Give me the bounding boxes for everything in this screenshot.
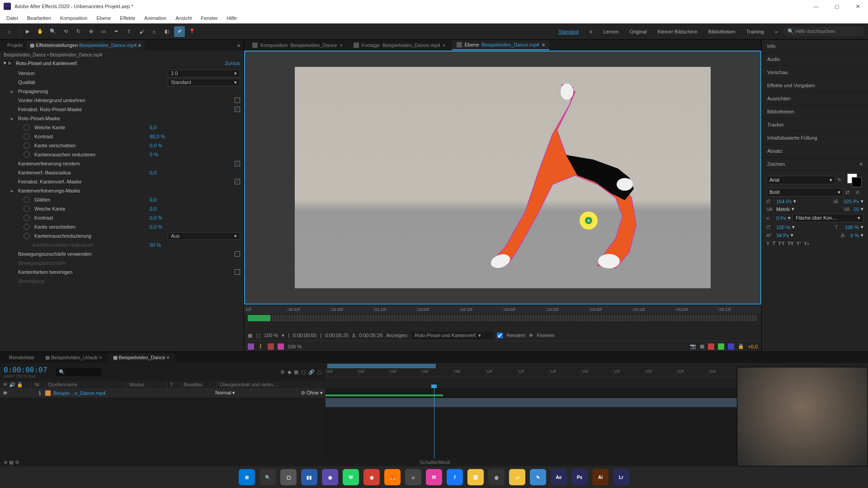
rotate-tool[interactable]: ↻ [73, 26, 84, 37]
prop-kontrast[interactable]: Kontrast0,0 % [0, 213, 244, 222]
toggle-switches-icon[interactable]: ⊕ ▦ ⚙ [4, 460, 19, 465]
taskbar-app[interactable]: Lr [613, 469, 629, 485]
timeline-tab-0[interactable]: Renderliste [4, 353, 40, 362]
taskbar-app[interactable]: ▮▮ [301, 469, 317, 485]
allcaps-btn[interactable]: TT [778, 240, 785, 246]
prop-kantenverf-basisradius[interactable]: Kantenverf.-Basisradius0,0 [0, 168, 244, 177]
taskbar-app[interactable]: Ai [592, 469, 609, 485]
panel-overflow-icon[interactable]: » [237, 42, 244, 48]
prop-qualit-t[interactable]: QualitätStandard▾ [0, 78, 244, 87]
tl-tool-4[interactable]: ▢ [301, 369, 306, 375]
taskbar-app[interactable]: ◉ [322, 469, 338, 485]
puppet-tool[interactable]: 📍 [187, 26, 198, 37]
person-icon[interactable]: 🚶 [258, 343, 264, 349]
panel-effekte-und-vorgaben[interactable]: Effekte und Vorgaben [762, 79, 868, 92]
zoom-tool[interactable]: 🔍 [47, 26, 58, 37]
panel-audio[interactable]: Audio [762, 53, 868, 66]
color-swatches[interactable] [847, 174, 863, 186]
prop-gl-tten[interactable]: Glätten0,0 [0, 195, 244, 204]
swatch-pink[interactable] [278, 343, 284, 350]
clone-tool[interactable]: ⎌ [149, 26, 160, 37]
exposure-value[interactable]: +0,0 [748, 344, 758, 349]
prop-feinabst-kantenverf-maske[interactable]: Feinabst. Kantenverf.-Maske [0, 177, 244, 186]
taskbar-app[interactable]: 🔍 [259, 469, 276, 485]
workspace-kleiner[interactable]: Kleiner Bildschirm [652, 27, 703, 36]
panel-ausrichten[interactable]: Ausrichten [762, 92, 868, 105]
eyedropper-icon[interactable]: ✎ [837, 177, 845, 183]
stopwatch-icon[interactable] [24, 151, 30, 158]
maximize-button[interactable]: ▢ [826, 0, 847, 13]
brush-tool[interactable]: 🖌 [136, 26, 147, 37]
workspace-bibliotheken[interactable]: Bibliotheken [703, 27, 741, 36]
taskbar-app[interactable]: ◎ [488, 469, 505, 485]
render-checkbox[interactable] [497, 333, 503, 338]
tab-effekteinstellungen[interactable]: ▦ Effekteinstellungen Beispielvideo_Danc… [26, 41, 145, 50]
workspace-original[interactable]: Original [624, 27, 652, 36]
stopwatch-icon[interactable] [24, 197, 30, 203]
taskbar-app[interactable]: M [426, 469, 442, 485]
hand-tool[interactable]: ✋ [35, 26, 46, 37]
panel-absatz[interactable]: Absatz [762, 145, 868, 158]
menu-datei[interactable]: Datei [2, 14, 23, 22]
panel-menu-icon[interactable]: ≡ [860, 161, 863, 167]
selection-tool[interactable]: ▶ [22, 26, 33, 37]
alpha-btn[interactable]: ▦ [248, 333, 252, 338]
panel-inhaltsbasierte-f-llung[interactable]: Inhaltsbasierte Füllung [762, 131, 868, 145]
tl-tool-1[interactable]: ⚙ [280, 369, 285, 375]
prop-kante-verschieben[interactable]: Kante verschieben0,0 % [0, 222, 244, 231]
in-point[interactable]: 0:00:00:00 [293, 333, 316, 338]
parent-dropdown[interactable]: ⊘ Ohne ▾ [301, 390, 323, 396]
orbit-tool[interactable]: ⟲ [60, 26, 71, 37]
tl-tool-3[interactable]: ▦ [294, 369, 298, 375]
taskbar-app[interactable]: ☺ [405, 469, 421, 485]
taskbar-app[interactable]: 🖼 [467, 469, 484, 485]
stopwatch-icon[interactable] [24, 142, 30, 149]
subscript-btn[interactable]: T₁ [804, 240, 809, 246]
shape-tool[interactable]: ▭ [98, 26, 109, 37]
prop-kantenfarben-bereinigen[interactable]: Kantenfarben bereinigen [0, 267, 244, 277]
stopwatch-icon[interactable] [24, 206, 30, 212]
prop-kantenverfeinerung-rendern[interactable]: Kantenverfeinerung rendern [0, 159, 244, 168]
viewer-tab-komposition[interactable]: Komposition Beispielvideo_Dance × [248, 41, 347, 50]
switches-modes-toggle[interactable]: Schalter/Modi [420, 460, 450, 465]
prop-kantenrauschen-reduzieren[interactable]: Kantenrauschen reduzieren0 % [0, 150, 244, 159]
taskbar-app[interactable]: ▢ [280, 469, 297, 485]
layer-row[interactable]: 👁 1 Beispie…o_Dance.mp4 Normal ▾ ⊘ Ohne … [0, 388, 326, 398]
viewer-tab-ebene[interactable]: Ebene Beispielvideo_Dance.mp4 ≡ [452, 40, 549, 50]
pen-tool[interactable]: ✒ [111, 26, 122, 37]
taskbar-app[interactable]: f [447, 469, 463, 485]
taskbar-app[interactable]: Ps [571, 469, 588, 485]
workspace-overflow-icon[interactable]: » [769, 27, 783, 36]
grid-icon[interactable]: ▦ [700, 343, 704, 349]
type-tool[interactable]: T [123, 26, 134, 37]
tl-tool-6[interactable]: ▢ [317, 369, 322, 375]
roto-brush-tool[interactable]: ✐ [174, 26, 185, 37]
prop-roto-pinsel-maske[interactable]: ▸Roto-Pinsel-Maske [0, 114, 244, 123]
smallcaps-btn[interactable]: Tᴛ [788, 240, 793, 246]
viewport[interactable]: + [244, 51, 761, 305]
blend-mode-dropdown[interactable]: Normal ▾ [215, 390, 251, 396]
out-point[interactable]: 0:00:05:25 [325, 333, 349, 338]
prop-version[interactable]: Version2.0▾ [0, 69, 244, 78]
panel-vorschau[interactable]: Vorschau [762, 66, 868, 79]
home-tool[interactable]: ⌂ [4, 26, 14, 37]
panel-info[interactable]: Info [762, 40, 868, 53]
timeline-tab-2[interactable]: ▦ Beispielvideo_Dance × [108, 353, 175, 362]
reset-link[interactable]: Zurück [225, 61, 240, 66]
stopwatch-icon[interactable] [24, 233, 30, 239]
prop-weiche-kante[interactable]: Weiche Kante0,0 [0, 204, 244, 213]
fill-mode-dropdown[interactable]: Fläche über Kon…▾ [793, 214, 863, 222]
workspace-option-icon[interactable]: ≡ [584, 27, 598, 36]
taskbar-app[interactable]: W [343, 469, 359, 485]
eraser-tool[interactable]: ◧ [161, 26, 172, 37]
prop-propagierung[interactable]: ▸Propagierung [0, 87, 244, 96]
panel-tracker[interactable]: Tracker [762, 118, 868, 131]
viewer-tab-footage[interactable]: Footage Beispielvideo_Dance.mp4 × [349, 41, 450, 50]
bold-btn[interactable]: T [766, 240, 769, 246]
stopwatch-icon[interactable] [24, 133, 30, 140]
panel-bibliotheken[interactable]: Bibliotheken [762, 105, 868, 118]
prop-feinabst-roto-pinsel-maske[interactable]: Feinabst. Roto-Pinsel-Maske [0, 105, 244, 114]
snapshot-icon[interactable]: 📷 [690, 343, 696, 349]
stopwatch-icon[interactable] [24, 124, 30, 131]
help-search[interactable]: 🔍 Hilfe durchsuchen [783, 27, 864, 36]
